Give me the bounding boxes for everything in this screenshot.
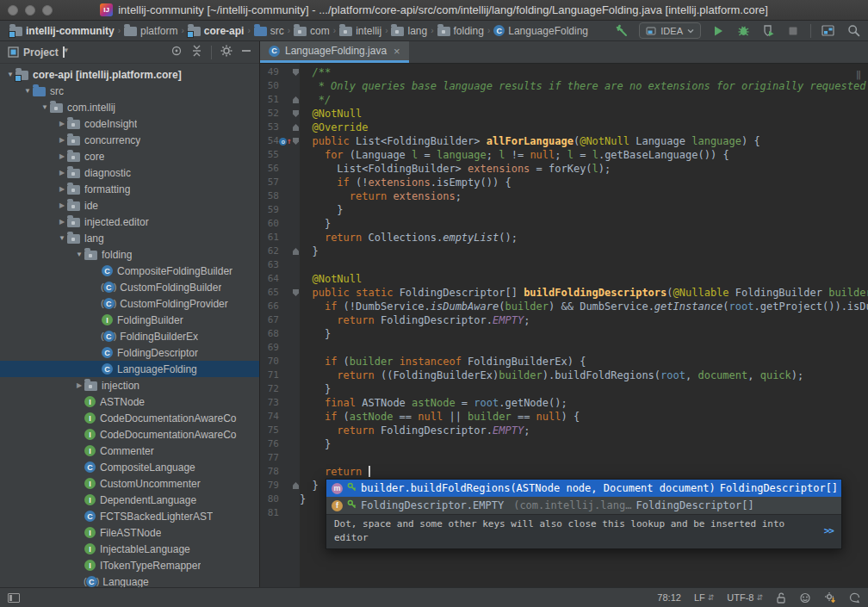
- fold-marker-icon[interactable]: [292, 482, 300, 489]
- line-number[interactable]: 49: [260, 65, 279, 79]
- code-line[interactable]: }: [300, 245, 868, 258]
- line-number[interactable]: 71: [260, 369, 279, 382]
- line-number[interactable]: 64: [260, 272, 279, 286]
- tree-item-language[interactable]: (C)Language: [0, 573, 259, 587]
- tree-item-core[interactable]: ▶core: [0, 148, 259, 164]
- code-line[interactable]: public static FoldingDescriptor[] buildF…: [300, 286, 868, 300]
- run-icon[interactable]: [710, 23, 726, 39]
- line-number[interactable]: 52: [260, 107, 279, 121]
- toolwindow-switcher-icon[interactable]: [8, 593, 20, 603]
- line-number[interactable]: 63: [260, 258, 279, 272]
- tree-item-diagnostic[interactable]: ▶diagnostic: [0, 164, 259, 181]
- collapsed-arrow-icon[interactable]: ▶: [57, 201, 67, 209]
- line-number[interactable]: 68: [260, 327, 279, 341]
- line-number[interactable]: 54: [260, 134, 279, 148]
- breadcrumb-item-src[interactable]: src: [251, 25, 287, 37]
- code-line[interactable]: }: [300, 437, 868, 451]
- project-view-selector[interactable]: Project ▼: [8, 46, 65, 59]
- tree-item-foldingbuilder[interactable]: IFoldingBuilder: [0, 312, 259, 328]
- fold-marker-icon[interactable]: [292, 96, 300, 103]
- collapsed-arrow-icon[interactable]: ▶: [57, 218, 67, 226]
- code-line[interactable]: [300, 258, 868, 272]
- line-number[interactable]: 56: [260, 162, 279, 176]
- line-number[interactable]: 80: [260, 492, 279, 506]
- close-window-button[interactable]: [8, 5, 18, 15]
- collapse-all-icon[interactable]: [191, 45, 202, 59]
- tree-item-formatting[interactable]: ▶formatting: [0, 181, 259, 197]
- line-number[interactable]: 72: [260, 382, 279, 396]
- line-number[interactable]: 65: [260, 286, 279, 300]
- collapsed-arrow-icon[interactable]: ▶: [74, 381, 84, 389]
- fold-marker-icon[interactable]: [292, 69, 300, 76]
- tree-item-folding[interactable]: ▼folding: [0, 246, 259, 263]
- breadcrumb-item-folding[interactable]: folding: [435, 25, 487, 37]
- tree-item-fctsbackedlighterast[interactable]: CFCTSBackedLighterAST: [0, 508, 259, 524]
- collapsed-arrow-icon[interactable]: ▶: [57, 136, 67, 144]
- line-number[interactable]: 78: [260, 465, 279, 479]
- close-tab-icon[interactable]: ×: [394, 46, 400, 57]
- line-number[interactable]: 76: [260, 437, 279, 451]
- settings-gear-icon[interactable]: [220, 45, 232, 59]
- tree-item-dependentlanguage[interactable]: IDependentLanguage: [0, 492, 259, 508]
- line-separator-select[interactable]: LF⇵: [694, 592, 714, 603]
- tree-item-foldingbuilderex[interactable]: (C)FoldingBuilderEx: [0, 328, 259, 344]
- line-number[interactable]: 53: [260, 121, 279, 134]
- code-line[interactable]: */: [300, 93, 868, 107]
- line-number[interactable]: 62: [260, 245, 279, 258]
- event-log-icon[interactable]: [849, 592, 860, 604]
- code-line[interactable]: return FoldingDescriptor.EMPTY;: [300, 424, 868, 437]
- code-line[interactable]: return Collections.emptyList();: [300, 231, 868, 245]
- code-line[interactable]: for (Language l = language; l != null; l…: [300, 148, 868, 162]
- tree-item-fileastnode[interactable]: IFileASTNode: [0, 524, 259, 541]
- code-line[interactable]: @Override: [300, 121, 868, 134]
- line-number[interactable]: 81: [260, 506, 279, 520]
- tree-item-core-api[interactable]: ▼core-api [intellij.platform.core]: [0, 66, 259, 83]
- build-hammer-icon[interactable]: [614, 23, 629, 39]
- code-line[interactable]: [300, 451, 868, 465]
- code-line[interactable]: }: [300, 203, 868, 217]
- minimize-window-button[interactable]: [25, 5, 35, 15]
- search-everywhere-icon[interactable]: [846, 23, 861, 39]
- line-number[interactable]: 70: [260, 355, 279, 369]
- code-line[interactable]: /**: [300, 65, 868, 79]
- tree-item-concurrency[interactable]: ▶concurrency: [0, 132, 259, 148]
- line-number[interactable]: 61: [260, 231, 279, 245]
- lock-open-icon[interactable]: [776, 592, 786, 604]
- line-number[interactable]: 75: [260, 424, 279, 437]
- line-number[interactable]: 74: [260, 410, 279, 424]
- update-gear-icon[interactable]: [824, 592, 836, 604]
- highlighting-level-icon[interactable]: [799, 592, 811, 604]
- collapsed-arrow-icon[interactable]: ▶: [57, 185, 67, 193]
- tree-item-commenter[interactable]: ICommenter: [0, 443, 259, 459]
- line-number[interactable]: 79: [260, 479, 279, 492]
- code-line[interactable]: [300, 341, 868, 355]
- tree-item-injectablelanguage[interactable]: IInjectableLanguage: [0, 541, 259, 557]
- code-line[interactable]: }: [300, 217, 868, 231]
- zoom-window-button[interactable]: [42, 5, 53, 15]
- code-line[interactable]: return: [300, 465, 868, 479]
- line-number[interactable]: 59: [260, 203, 279, 217]
- run-with-coverage-icon[interactable]: [760, 23, 776, 39]
- code-editor[interactable]: 495051525354o↑55565758596061626364656667…: [260, 64, 868, 587]
- code-line[interactable]: final ASTNode astNode = root.getNode();: [300, 396, 868, 410]
- code-line[interactable]: public List<FoldingBuilder> allForLangua…: [300, 134, 868, 148]
- code-line[interactable]: * Only queries base language results if …: [300, 79, 868, 93]
- breadcrumb-item-lang[interactable]: lang: [388, 25, 430, 37]
- collapsed-arrow-icon[interactable]: ▶: [57, 169, 67, 177]
- breadcrumb-item-intellij-community[interactable]: intellij-community: [7, 25, 117, 37]
- tree-item-foldingdescriptor[interactable]: CFoldingDescriptor: [0, 344, 259, 361]
- line-number[interactable]: 58: [260, 189, 279, 203]
- line-number[interactable]: 66: [260, 300, 279, 313]
- locate-icon[interactable]: [170, 45, 183, 59]
- overriding-method-icon[interactable]: o↑: [279, 134, 292, 148]
- tree-item-languagefolding[interactable]: CLanguageFolding: [0, 361, 259, 377]
- fold-marker-icon[interactable]: [292, 124, 300, 131]
- collapsed-arrow-icon[interactable]: ▶: [57, 120, 67, 127]
- debug-icon[interactable]: [735, 23, 751, 39]
- tree-item-injection[interactable]: ▶injection: [0, 377, 259, 393]
- encoding-select[interactable]: UTF-8⇵: [727, 592, 763, 603]
- completion-hint-link[interactable]: >>: [824, 524, 834, 538]
- line-number[interactable]: 67: [260, 313, 279, 327]
- breadcrumb-item-core-api[interactable]: core-api: [185, 25, 247, 37]
- line-number[interactable]: 50: [260, 79, 279, 93]
